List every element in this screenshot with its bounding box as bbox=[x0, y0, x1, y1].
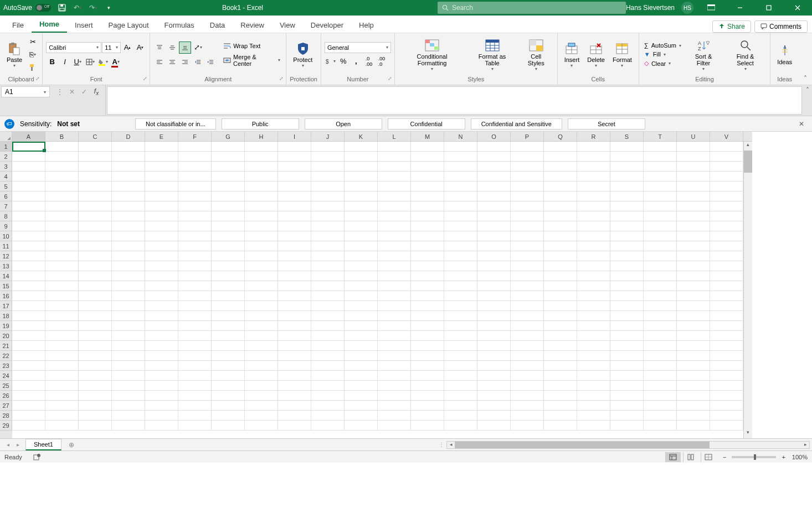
cell-B19[interactable] bbox=[45, 321, 79, 331]
cell-S4[interactable] bbox=[610, 172, 644, 182]
cell-A21[interactable] bbox=[12, 341, 45, 351]
cell-H15[interactable] bbox=[245, 281, 278, 291]
cell-Q19[interactable] bbox=[544, 321, 577, 331]
cell-F21[interactable] bbox=[178, 341, 212, 351]
number-format-select[interactable]: General▾ bbox=[325, 42, 391, 53]
cell-A8[interactable] bbox=[12, 211, 45, 221]
cell-L25[interactable] bbox=[378, 381, 411, 391]
cell-D15[interactable] bbox=[112, 281, 145, 291]
cell-T15[interactable] bbox=[644, 281, 677, 291]
cell-K13[interactable] bbox=[345, 261, 378, 271]
cell-R19[interactable] bbox=[577, 321, 610, 331]
cell-K10[interactable] bbox=[345, 231, 378, 241]
cell-C5[interactable] bbox=[79, 182, 112, 191]
cell-T7[interactable] bbox=[644, 201, 677, 211]
cell-O25[interactable] bbox=[477, 381, 511, 391]
cell-V14[interactable] bbox=[710, 271, 743, 281]
cell-N11[interactable] bbox=[444, 241, 477, 251]
cell-G4[interactable] bbox=[212, 172, 245, 182]
cell-V28[interactable] bbox=[710, 411, 743, 421]
cell-A19[interactable] bbox=[12, 321, 45, 331]
scroll-up-icon[interactable]: ▴ bbox=[744, 142, 752, 151]
cell-Q7[interactable] bbox=[544, 201, 577, 211]
row-header-18[interactable]: 18 bbox=[0, 311, 12, 321]
cell-K20[interactable] bbox=[345, 331, 378, 341]
cell-M27[interactable] bbox=[411, 401, 444, 411]
cell-M10[interactable] bbox=[411, 231, 444, 241]
cell-D12[interactable] bbox=[112, 251, 145, 261]
cell-styles-button[interactable]: Cell Styles▾ bbox=[518, 35, 554, 74]
cell-A24[interactable] bbox=[12, 371, 45, 381]
cell-K16[interactable] bbox=[345, 291, 378, 301]
cell-G13[interactable] bbox=[212, 261, 245, 271]
delete-cells-button[interactable]: Delete▾ bbox=[584, 35, 608, 74]
cell-F27[interactable] bbox=[178, 401, 212, 411]
group-label-alignment[interactable]: Alignment bbox=[153, 75, 282, 84]
cell-D28[interactable] bbox=[112, 411, 145, 421]
cell-R1[interactable] bbox=[577, 142, 610, 152]
column-header-D[interactable]: D bbox=[112, 132, 145, 142]
cell-I12[interactable] bbox=[278, 251, 311, 261]
cell-P15[interactable] bbox=[511, 281, 544, 291]
cell-F6[interactable] bbox=[178, 191, 212, 201]
accounting-format-icon[interactable]: $▾ bbox=[325, 55, 337, 68]
cell-P8[interactable] bbox=[511, 211, 544, 221]
decrease-decimal-icon[interactable]: .00.0 bbox=[376, 55, 388, 68]
column-header-J[interactable]: J bbox=[311, 132, 345, 142]
cell-O4[interactable] bbox=[477, 172, 511, 182]
cell-O20[interactable] bbox=[477, 331, 511, 341]
cell-J4[interactable] bbox=[311, 172, 345, 182]
cell-E22[interactable] bbox=[145, 351, 178, 361]
cell-M3[interactable] bbox=[411, 162, 444, 172]
cell-F4[interactable] bbox=[178, 172, 212, 182]
cell-B3[interactable] bbox=[45, 162, 79, 172]
cell-A10[interactable] bbox=[12, 231, 45, 241]
cell-A22[interactable] bbox=[12, 351, 45, 361]
cell-D3[interactable] bbox=[112, 162, 145, 172]
cell-H29[interactable] bbox=[245, 421, 278, 431]
cell-V12[interactable] bbox=[710, 251, 743, 261]
protect-button[interactable]: Protect ▾ bbox=[290, 35, 316, 74]
cell-R6[interactable] bbox=[577, 191, 610, 201]
cell-T2[interactable] bbox=[644, 152, 677, 162]
cell-K1[interactable] bbox=[345, 142, 378, 152]
cell-G27[interactable] bbox=[212, 401, 245, 411]
cell-J10[interactable] bbox=[311, 231, 345, 241]
cell-I20[interactable] bbox=[278, 331, 311, 341]
cell-O10[interactable] bbox=[477, 231, 511, 241]
cell-P24[interactable] bbox=[511, 371, 544, 381]
cell-A28[interactable] bbox=[12, 411, 45, 421]
column-header-S[interactable]: S bbox=[610, 132, 644, 142]
cell-G26[interactable] bbox=[212, 391, 245, 401]
cell-H24[interactable] bbox=[245, 371, 278, 381]
cell-E17[interactable] bbox=[145, 301, 178, 311]
cell-J2[interactable] bbox=[311, 152, 345, 162]
cell-C6[interactable] bbox=[79, 191, 112, 201]
cell-F15[interactable] bbox=[178, 281, 212, 291]
cell-C1[interactable] bbox=[79, 142, 112, 152]
column-header-U[interactable]: U bbox=[677, 132, 710, 142]
vscroll-thumb[interactable] bbox=[744, 151, 752, 173]
cell-A1[interactable] bbox=[12, 142, 45, 152]
orientation-icon[interactable]: ⤢▾ bbox=[192, 42, 204, 54]
cell-F25[interactable] bbox=[178, 381, 212, 391]
cell-K21[interactable] bbox=[345, 341, 378, 351]
cell-I15[interactable] bbox=[278, 281, 311, 291]
cell-P1[interactable] bbox=[511, 142, 544, 152]
add-sheet-icon[interactable]: ⊕ bbox=[66, 441, 77, 449]
cell-R13[interactable] bbox=[577, 261, 610, 271]
cell-O29[interactable] bbox=[477, 421, 511, 431]
sheet-split-handle[interactable]: ⋮ bbox=[439, 442, 444, 448]
align-middle-icon[interactable] bbox=[166, 42, 178, 54]
cell-P16[interactable] bbox=[511, 291, 544, 301]
cell-H6[interactable] bbox=[245, 191, 278, 201]
hscroll-thumb[interactable] bbox=[455, 442, 710, 448]
cell-L29[interactable] bbox=[378, 421, 411, 431]
cell-T9[interactable] bbox=[644, 221, 677, 231]
cell-I9[interactable] bbox=[278, 221, 311, 231]
cell-L12[interactable] bbox=[378, 251, 411, 261]
cell-M21[interactable] bbox=[411, 341, 444, 351]
decrease-indent-icon[interactable] bbox=[192, 56, 204, 68]
underline-button[interactable]: U▾ bbox=[71, 56, 84, 68]
cell-P6[interactable] bbox=[511, 191, 544, 201]
